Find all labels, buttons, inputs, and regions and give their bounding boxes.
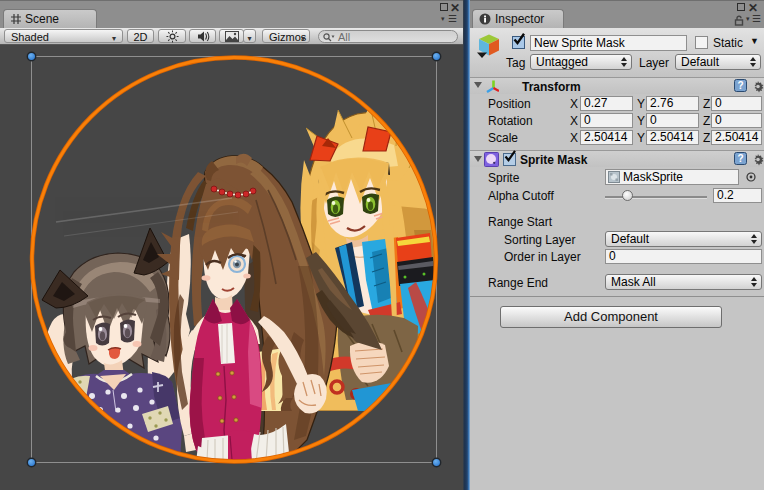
svg-text:?: ?: [737, 80, 743, 91]
svg-text:?: ?: [737, 153, 743, 164]
